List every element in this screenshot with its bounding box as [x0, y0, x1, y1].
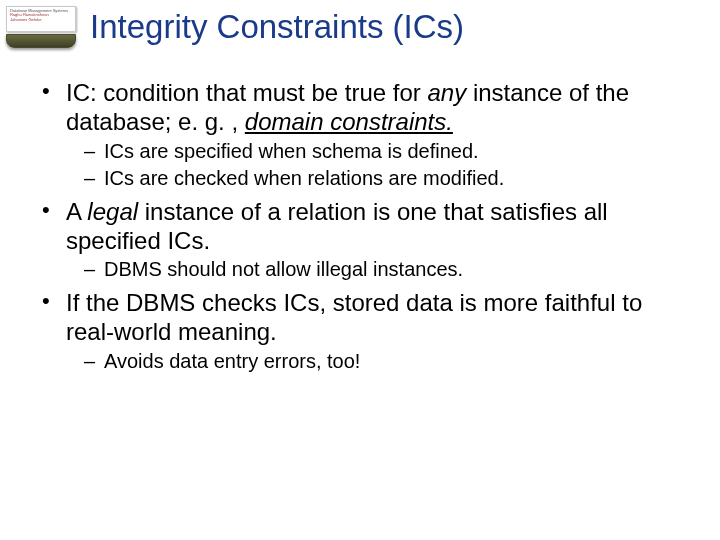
logo-book-icon: Database Management Systems Raghu Ramakr…: [6, 6, 78, 48]
bullet-3-text-pre: If the DBMS checks ICs, stored data is m…: [66, 289, 642, 345]
bullet-2-sub-1: DBMS should not allow illegal instances.: [40, 257, 690, 282]
bullet-group-3: If the DBMS checks ICs, stored data is m…: [40, 288, 690, 374]
bullet-1-text-pre: IC: condition that must be true for: [66, 79, 428, 106]
bullet-1-sub-2: ICs are checked when relations are modif…: [40, 166, 690, 191]
logo-base: [6, 34, 76, 48]
bullet-3: If the DBMS checks ICs, stored data is m…: [40, 288, 690, 347]
bullet-1: IC: condition that must be true for any …: [40, 78, 690, 137]
bullet-2-text-pre: A: [66, 198, 87, 225]
bullet-2-text-mid: instance of a relation is one that satis…: [66, 198, 608, 254]
slide-title: Integrity Constraints (ICs): [90, 8, 700, 46]
logo-card: Database Management Systems Raghu Ramakr…: [6, 6, 76, 32]
bullet-1-sub-1: ICs are specified when schema is defined…: [40, 139, 690, 164]
bullet-3-sub-1: Avoids data entry errors, too!: [40, 349, 690, 374]
bullet-1-em1: any: [428, 79, 467, 106]
bullet-1-em2: domain constraints.: [245, 108, 453, 135]
bullet-group-2: A legal instance of a relation is one th…: [40, 197, 690, 283]
logo-text-3: Johannes Gehrke: [10, 18, 72, 22]
slide: Database Management Systems Raghu Ramakr…: [0, 0, 720, 540]
slide-body: IC: condition that must be true for any …: [40, 78, 690, 380]
bullet-group-1: IC: condition that must be true for any …: [40, 78, 690, 191]
bullet-2-em1: legal: [87, 198, 138, 225]
bullet-2: A legal instance of a relation is one th…: [40, 197, 690, 256]
